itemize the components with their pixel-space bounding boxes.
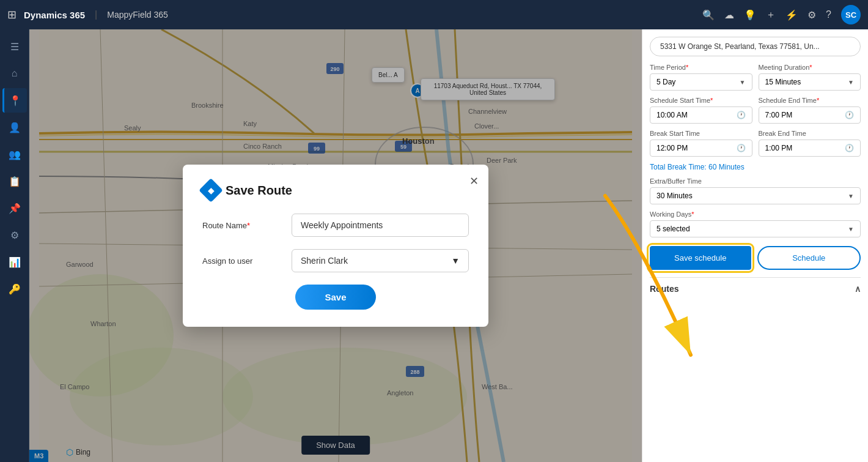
break-start-label: Break Start Time: [650, 130, 752, 137]
help-icon[interactable]: ?: [826, 9, 831, 20]
routes-label: Routes: [650, 284, 679, 294]
top-navigation: ⊞ Dynamics 365 | MappyField 365 🔍 ☁ 💡 ＋ …: [0, 0, 868, 29]
assign-user-chevron: ▼: [451, 256, 460, 266]
nav-divider: |: [95, 9, 97, 20]
break-end-label: Break End Time: [759, 130, 861, 137]
modal-close-button[interactable]: ✕: [469, 174, 479, 188]
nav-right-icons: 🔍 ☁ 💡 ＋ ⚡ ⚙ ? SC: [702, 5, 861, 24]
sidebar-item-key[interactable]: 🔑: [2, 277, 27, 301]
modal-save-button[interactable]: Save: [295, 285, 375, 310]
meeting-duration-group: Meeting Duration* 15 Minutes ▼: [759, 64, 861, 91]
sidebar-item-menu[interactable]: ☰: [2, 34, 27, 59]
bottom-buttons: Save schedule Schedule: [650, 246, 861, 270]
extra-buffer-value: 30 Minutes: [657, 192, 693, 200]
assign-user-value: Sherin Clark: [301, 256, 348, 266]
main-layout: ☰ ⌂ 📍 👤 👥 📋 📌 ⚙ 📊 🔑: [0, 29, 868, 462]
schedule-end-label: Schedule End Time*: [759, 97, 861, 104]
save-route-modal: ◆ Save Route ✕ Route Name* Assign to use…: [183, 165, 488, 327]
schedule-end-value: 7:00 PM: [765, 111, 793, 119]
break-start-clock-icon: 🕐: [737, 144, 746, 152]
time-period-label: Time Period*: [650, 64, 752, 71]
sidebar-item-chart[interactable]: 📊: [2, 250, 27, 274]
schedule-end-group: Schedule End Time* 7:00 PM 🕐: [759, 97, 861, 124]
extra-buffer-chevron: ▼: [848, 193, 854, 199]
app-name: MappyField 365: [107, 10, 168, 20]
right-panel: 5331 W Orange St, Pearland, Texas 77581,…: [642, 29, 868, 462]
modal-overlay: ◆ Save Route ✕ Route Name* Assign to use…: [29, 29, 642, 462]
brand-name: Dynamics 365: [24, 10, 85, 20]
routes-chevron-icon[interactable]: ∧: [855, 284, 861, 294]
schedule-start-value: 10:00 AM: [657, 111, 688, 119]
time-period-group: Time Period* 5 Day ▼: [650, 64, 752, 91]
map-area: 288 290 99 59 45 225 610: [29, 29, 642, 462]
save-schedule-button[interactable]: Save schedule: [650, 246, 751, 270]
break-times-row: Break Start Time 12:00 PM 🕐 Break End Ti…: [650, 130, 861, 157]
break-end-clock-icon: 🕐: [845, 144, 854, 152]
time-period-chevron: ▼: [740, 79, 746, 86]
schedule-times-row: Schedule Start Time* 10:00 AM 🕐 Schedule…: [650, 97, 861, 124]
working-days-select[interactable]: 5 selected ▼: [650, 220, 861, 237]
schedule-start-label: Schedule Start Time*: [650, 97, 752, 104]
schedule-button[interactable]: Schedule: [757, 246, 861, 270]
sidebar-item-list[interactable]: 📋: [2, 169, 27, 193]
sidebar: ☰ ⌂ 📍 👤 👥 📋 📌 ⚙ 📊 🔑: [0, 29, 29, 462]
modal-icon-inner: ◆: [208, 185, 215, 195]
sidebar-item-pin[interactable]: 📌: [2, 196, 27, 220]
modal-icon: ◆: [199, 178, 223, 203]
assign-user-label: Assign to user: [202, 256, 282, 266]
break-start-input[interactable]: 12:00 PM 🕐: [650, 140, 752, 157]
break-end-input[interactable]: 1:00 PM 🕐: [759, 140, 861, 157]
schedule-start-input[interactable]: 10:00 AM 🕐: [650, 106, 752, 124]
sidebar-item-user-location[interactable]: 👤: [2, 115, 27, 140]
add-icon[interactable]: ＋: [766, 9, 776, 21]
status-icon[interactable]: ☁: [724, 9, 734, 21]
extra-buffer-select[interactable]: 30 Minutes ▼: [650, 187, 861, 204]
assign-user-dropdown[interactable]: Sherin Clark ▼: [292, 249, 469, 272]
time-period-value: 5 Day: [657, 78, 675, 86]
working-days-label: Working Days*: [650, 211, 861, 218]
map-background: 288 290 99 59 45 225 610: [29, 29, 642, 462]
notification-icon[interactable]: 💡: [744, 9, 756, 21]
working-days-value: 5 selected: [657, 225, 690, 233]
total-break-time: Total Break Time: 60 Minutes: [650, 163, 861, 171]
route-name-input[interactable]: [292, 214, 469, 237]
meeting-duration-label: Meeting Duration*: [759, 64, 861, 71]
meeting-duration-value: 15 Minutes: [765, 78, 801, 86]
route-name-label: Route Name*: [202, 221, 282, 230]
avatar[interactable]: SC: [841, 5, 861, 24]
time-period-meeting-row: Time Period* 5 Day ▼ Meeting Duration* 1…: [650, 64, 861, 91]
filter-icon[interactable]: ⚡: [785, 9, 798, 21]
break-end-group: Break End Time 1:00 PM 🕐: [759, 130, 861, 157]
settings-icon[interactable]: ⚙: [807, 9, 816, 21]
meeting-duration-select[interactable]: 15 Minutes ▼: [759, 73, 861, 91]
route-name-row: Route Name*: [202, 214, 469, 237]
routes-header: Routes ∧: [650, 277, 861, 294]
sidebar-item-team[interactable]: 👥: [2, 142, 27, 166]
schedule-start-group: Schedule Start Time* 10:00 AM 🕐: [650, 97, 752, 124]
break-start-value: 12:00 PM: [657, 144, 688, 152]
meeting-duration-chevron: ▼: [848, 79, 854, 86]
modal-header: ◆ Save Route: [202, 182, 469, 199]
sidebar-item-settings[interactable]: ⚙: [2, 223, 27, 247]
schedule-end-input[interactable]: 7:00 PM 🕐: [759, 106, 861, 124]
extra-buffer-label: Extra/Buffer Time: [650, 177, 861, 185]
assign-user-row: Assign to user Sherin Clark ▼: [202, 249, 469, 272]
schedule-end-clock-icon: 🕐: [845, 111, 854, 119]
break-end-value: 1:00 PM: [765, 144, 793, 152]
break-start-group: Break Start Time 12:00 PM 🕐: [650, 130, 752, 157]
address-bar: 5331 W Orange St, Pearland, Texas 77581,…: [650, 37, 861, 56]
working-days-chevron: ▼: [848, 226, 854, 233]
search-icon[interactable]: 🔍: [702, 9, 715, 21]
schedule-start-clock-icon: 🕐: [737, 111, 746, 119]
time-period-select[interactable]: 5 Day ▼: [650, 73, 752, 91]
sidebar-item-map[interactable]: 📍: [2, 88, 27, 113]
grid-icon[interactable]: ⊞: [7, 8, 17, 21]
sidebar-item-home[interactable]: ⌂: [2, 61, 27, 86]
modal-title: Save Route: [226, 184, 292, 198]
